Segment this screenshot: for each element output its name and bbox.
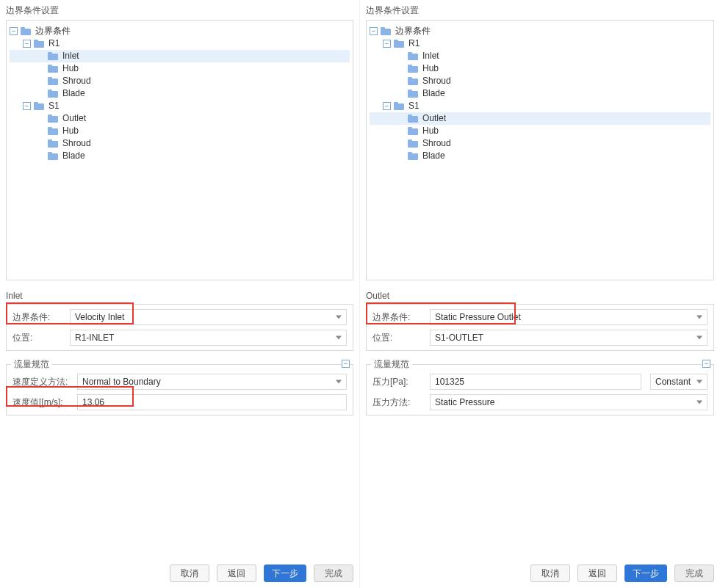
collapse-icon[interactable]: − [370,27,378,35]
method-label: 速度定义方法: [12,376,71,388]
tree-item-blade[interactable]: Blade [370,87,710,100]
form-row-bc: 边界条件: Static Pressure Outlet [372,309,708,325]
pmethod-value: Static Pressure [435,397,494,407]
finish-button[interactable]: 完成 [314,565,353,582]
tree-item-hub[interactable]: Hub [10,62,350,75]
tree-label: Blade [422,87,445,100]
bc-tree: − 边界条件 − R1 Inlet H [367,21,713,167]
bc-label: 边界条件: [372,311,424,324]
loc-select[interactable]: S1-OUTLET [430,330,708,346]
folder-icon [394,102,404,110]
collapse-icon[interactable]: − [383,102,391,110]
tree-root[interactable]: − 边界条件 [370,25,710,37]
tree-item-shroud[interactable]: Shroud [10,75,350,87]
tree-label: Blade [422,150,445,162]
tree-item-blade[interactable]: Blade [10,87,350,100]
pmethod-label: 压力方法: [372,396,424,409]
form-row-method: 速度定义方法: Normal to Boundary [12,374,347,390]
tree-item-blade-s1[interactable]: Blade [370,150,710,162]
collapse-icon[interactable]: − [23,102,31,110]
collapse-icon[interactable]: − [702,360,710,368]
right-panel: 边界条件设置 − 边界条件 − R1 Inlet [360,0,720,588]
tree-label: Inlet [62,50,79,62]
method-value: Normal to Boundary [82,377,161,387]
tree-label: Hub [422,62,439,75]
tree-group-s1[interactable]: − S1 [10,100,350,112]
tree-item-shroud[interactable]: Shroud [370,75,710,87]
folder-icon [408,65,418,73]
tree-item-hub-s1[interactable]: Hub [10,125,350,137]
left-panel: 边界条件设置 − 边界条件 − R1 [0,0,360,588]
pressure-unit-value: Constant [655,377,691,387]
form-row-pmethod: 压力方法: Static Pressure [372,394,708,410]
pressure-unit-select[interactable]: Constant [650,374,708,390]
method-select[interactable]: Normal to Boundary [77,374,347,390]
folder-icon [408,152,418,160]
tree-group-r1[interactable]: − R1 [10,37,350,50]
tree-label: 边界条件 [395,25,431,37]
folder-icon [408,77,418,85]
cancel-button[interactable]: 取消 [530,565,570,582]
form-row-bc: 边界条件: Velocity Inlet [12,309,347,325]
bc-label: 边界条件: [12,311,64,324]
folder-icon [394,40,404,48]
loc-select[interactable]: R1-INLET [70,330,347,346]
tree-group-r1[interactable]: − R1 [370,37,710,50]
tree-label: 边界条件 [35,25,71,37]
next-button[interactable]: 下一步 [624,565,667,582]
folder-icon [34,40,44,48]
tree-label: Blade [62,150,85,162]
tree-item-shroud-s1[interactable]: Shroud [370,137,710,150]
tree-label: Shroud [62,137,91,150]
tree-item-inlet[interactable]: Inlet [10,50,350,62]
folder-icon [408,127,418,135]
collapse-icon[interactable]: − [383,40,391,48]
bc-select[interactable]: Velocity Inlet [70,309,347,325]
back-button[interactable]: 返回 [577,565,617,582]
folder-icon [48,115,58,123]
tree-group-s1[interactable]: − S1 [370,100,710,112]
tree-label: Outlet [422,112,446,125]
chevron-down-icon [696,401,702,404]
tree-item-outlet[interactable]: Outlet [370,112,710,125]
folder-icon [408,90,418,98]
chevron-down-icon [696,316,702,319]
tree-root[interactable]: − 边界条件 [10,25,350,37]
folder-icon [48,65,58,73]
tree-item-outlet[interactable]: Outlet [10,112,350,125]
folder-icon [381,27,391,35]
page: 边界条件设置 − 边界条件 − R1 [0,0,720,588]
section-label-inlet: Inlet [6,291,353,301]
collapse-icon[interactable]: − [23,40,31,48]
tree-item-inlet[interactable]: Inlet [370,50,710,62]
pressure-input[interactable]: 101325 [430,374,641,390]
collapse-icon[interactable]: − [342,360,350,368]
flow-legend: 流量规范 [371,358,412,371]
tree-label: R1 [48,37,60,50]
tree-item-shroud-s1[interactable]: Shroud [10,137,350,150]
chevron-down-icon [336,336,342,340]
tree-label: S1 [48,100,60,112]
bc-tree: − 边界条件 − R1 Inlet [7,21,353,167]
flow-fieldset: 流量规范 − 压力[Pa]: 101325 Constant 压力方法: Sta… [366,364,714,415]
collapse-icon[interactable]: − [10,27,18,35]
pmethod-select[interactable]: Static Pressure [430,394,708,410]
tree-label: Hub [62,62,79,75]
button-bar: 取消 返回 下一步 完成 [170,565,353,582]
flow-legend: 流量规范 [11,358,52,371]
velocity-input[interactable]: 13.06 [77,394,347,410]
panel-title: 边界条件设置 [366,4,714,17]
tree-label: Outlet [62,112,86,125]
pressure-value: 101325 [435,377,464,387]
finish-button[interactable]: 完成 [674,565,714,582]
back-button[interactable]: 返回 [217,565,256,582]
bc-select[interactable]: Static Pressure Outlet [430,309,708,325]
panel-title: 边界条件设置 [6,4,353,17]
folder-icon [48,77,58,85]
cancel-button[interactable]: 取消 [170,565,209,582]
tree-item-hub-s1[interactable]: Hub [370,125,710,137]
tree-item-blade-s1[interactable]: Blade [10,150,350,162]
tree-item-hub[interactable]: Hub [370,62,710,75]
next-button[interactable]: 下一步 [264,565,306,582]
form-row-loc: 位置: S1-OUTLET [372,330,708,346]
